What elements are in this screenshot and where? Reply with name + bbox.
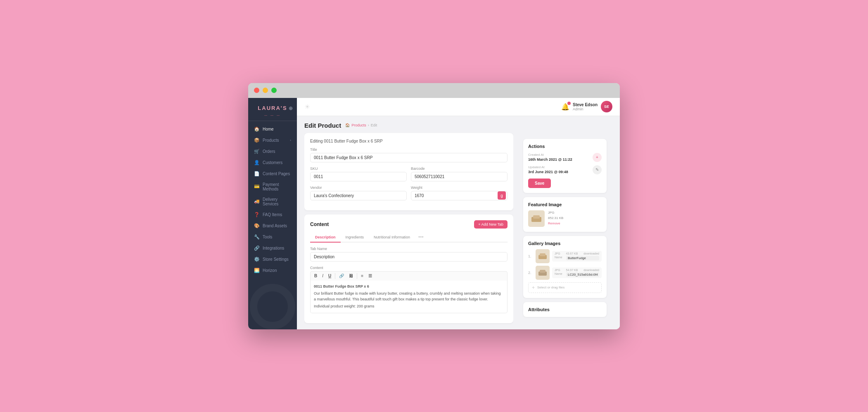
close-dot[interactable]	[254, 88, 259, 93]
weight-label: Weight	[411, 186, 508, 190]
gallery-downloaded-2: downloaded	[583, 269, 599, 271]
content-label: Content	[310, 266, 508, 270]
weight-group: Weight g	[411, 186, 508, 200]
sidebar-item-faq[interactable]: ❓ FAQ Items	[248, 209, 297, 220]
editor-body: Our brilliant Butter fudge is made with …	[314, 291, 504, 302]
created-info: Created At 16th March 2021 @ 11:22	[528, 153, 572, 162]
sidebar-item-orders[interactable]: 🛒 Orders	[248, 146, 297, 157]
sidebar-item-label: Content Pages	[263, 171, 290, 176]
gallery-upload-text: Select or drag files	[537, 286, 564, 289]
sun-icon: ☀	[304, 103, 310, 111]
content-panel-title: Content	[310, 221, 329, 227]
sidebar-item-label: Customers	[263, 160, 282, 165]
tab-name-group: Tab Name	[310, 247, 508, 262]
sidebar-item-brand[interactable]: 🎨 Brand Assets	[248, 220, 297, 231]
faq-icon: ❓	[254, 212, 260, 217]
sidebar-item-label: Store Settings	[263, 257, 289, 262]
sidebar-item-customers[interactable]: 👤 Customers	[248, 157, 297, 168]
link-button[interactable]: 🔗	[338, 273, 345, 279]
vendor-input[interactable]	[310, 191, 407, 200]
maximize-dot[interactable]	[271, 88, 277, 93]
created-value: 16th March 2021 @ 11:22	[528, 157, 572, 162]
upload-plus-icon: +	[532, 285, 535, 291]
page-title: Edit Product	[304, 122, 341, 129]
sidebar-item-label: Tools	[263, 235, 272, 239]
italic-button[interactable]: I	[321, 273, 325, 279]
weight-unit-button[interactable]: g	[498, 191, 506, 200]
barcode-group: Barcode	[411, 167, 508, 181]
sidebar-item-tools[interactable]: 🔧 Tools	[248, 231, 297, 243]
unlink-button[interactable]: ⛓	[348, 273, 354, 279]
bold-button[interactable]: B	[313, 273, 318, 279]
gallery-info-1: JPG 43.67 KB downloaded Name	[552, 251, 602, 262]
sidebar-item-label: Payment Methods	[263, 182, 291, 191]
barcode-input[interactable]	[411, 172, 508, 181]
gallery-name-row-2: Name	[555, 272, 599, 277]
content-panel: Content + Add New Tab Description Ingred…	[304, 214, 513, 323]
gallery-downloaded-1: downloaded	[583, 252, 599, 255]
brand-icon: 🎨	[254, 223, 260, 229]
tab-name-input[interactable]	[310, 252, 508, 262]
sidebar-item-horizon[interactable]: 🌅 Horizon	[248, 265, 297, 276]
add-tab-button[interactable]: + Add New Tab	[474, 220, 508, 229]
sidebar-item-delivery[interactable]: 🚚 Delivery Services	[248, 194, 297, 209]
app-body: LAURA'S — — — ⊕ 🏠 Home 📦 Products › 🛒 Or…	[248, 98, 620, 329]
svg-rect-8	[540, 270, 545, 273]
sku-label: SKU	[310, 167, 407, 171]
featured-image-title: Featured Image	[528, 202, 602, 207]
settings-icon[interactable]: ⊕	[289, 105, 293, 111]
sidebar-item-label: Home	[263, 127, 274, 131]
title-label: Title	[310, 148, 508, 152]
sidebar-item-products[interactable]: 📦 Products ›	[248, 135, 297, 146]
ordered-list-button[interactable]: ☰	[367, 273, 373, 279]
weight-input[interactable]	[411, 191, 508, 200]
user-name: Steve Edson	[573, 102, 598, 107]
gallery-name-input-2[interactable]	[566, 272, 599, 277]
two-col-layout: Editing 0011 Butter Fudge Box x 6 SRP Ti…	[304, 133, 612, 327]
minimize-dot[interactable]	[263, 88, 268, 93]
tab-ingredients[interactable]: Ingredients	[341, 233, 369, 243]
payment-icon: 💳	[254, 184, 260, 189]
content-panel-header: Content + Add New Tab	[310, 220, 508, 229]
notification-bell[interactable]: 🔔	[561, 103, 569, 111]
save-button[interactable]: Save	[528, 179, 551, 188]
edit-action-button[interactable]: ✎	[593, 165, 602, 174]
gallery-info-row-2: JPG 54.97 KB downloaded	[555, 269, 599, 271]
sidebar-item-integrations[interactable]: 🔗 Integrations	[248, 243, 297, 254]
gallery-name-input-1[interactable]	[566, 256, 599, 260]
featured-remove-link[interactable]: Remove	[548, 221, 563, 226]
title-input[interactable]	[310, 153, 508, 162]
gallery-thumb-2	[536, 266, 550, 280]
title-group: Title	[310, 148, 508, 162]
gallery-upload-row[interactable]: + Select or drag files	[528, 282, 602, 293]
attributes-panel: Attributes	[523, 302, 607, 317]
sidebar-item-label: Orders	[263, 149, 275, 154]
sidebar-logo: LAURA'S	[258, 105, 287, 111]
tab-nutritional[interactable]: Nutritional Information	[369, 233, 415, 243]
underline-button[interactable]: U	[327, 273, 332, 279]
sidebar-item-payment[interactable]: 💳 Payment Methods	[248, 179, 297, 194]
sidebar-item-store-settings[interactable]: ⚙️ Store Settings	[248, 254, 297, 265]
updated-label: Updated At	[528, 165, 568, 169]
tools-icon: 🔧	[254, 234, 260, 240]
breadcrumb-products[interactable]: Products	[351, 123, 366, 127]
main-content: ☀ 🔔 Steve Edson Admin SE Edi	[297, 98, 620, 329]
sku-input[interactable]	[310, 172, 407, 181]
gallery-size-1: 43.67 KB	[566, 252, 578, 255]
editor-content[interactable]: 0011 Butter Fudge Box SRP x 6 Our brilli…	[310, 281, 508, 313]
list-button[interactable]: ≡	[360, 273, 365, 279]
vendor-group: Vendor	[310, 186, 407, 200]
tab-name-label: Tab Name	[310, 247, 508, 251]
product-details-panel: Editing 0011 Butter Fudge Box x 6 SRP Ti…	[304, 133, 513, 210]
actions-panel: Actions Created At 16th March 2021 @ 11:…	[523, 139, 607, 193]
sidebar-item-content-pages[interactable]: 📄 Content Pages	[248, 168, 297, 179]
gallery-num-1: 1.	[528, 254, 533, 258]
customers-icon: 👤	[254, 160, 260, 165]
sidebar-item-home[interactable]: 🏠 Home	[248, 124, 297, 135]
tabs-more-icon[interactable]: •••	[415, 234, 427, 240]
avatar[interactable]: SE	[601, 101, 612, 112]
toolbar-sep-2	[357, 273, 357, 279]
tab-description[interactable]: Description	[310, 233, 341, 243]
add-action-button[interactable]: +	[593, 153, 602, 162]
page-header: Edit Product 🏠 Products › Edit	[304, 122, 612, 129]
